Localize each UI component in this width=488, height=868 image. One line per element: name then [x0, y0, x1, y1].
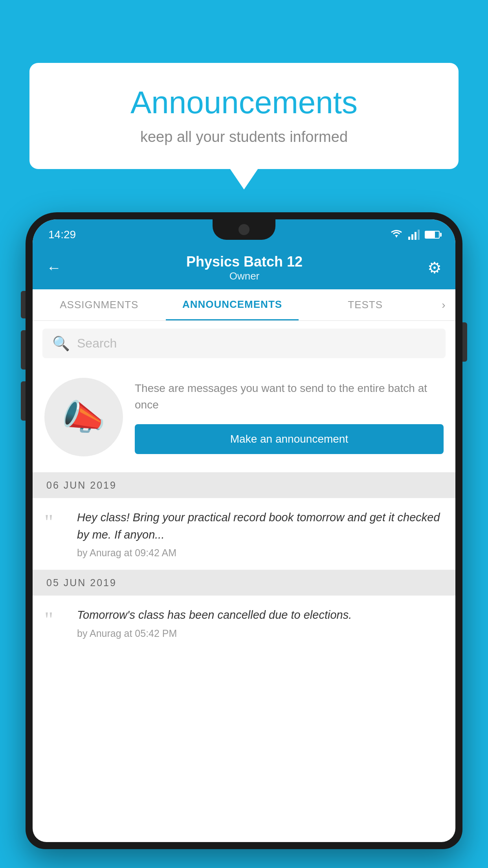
announcement-prompt: 📣 These are messages you want to send to… [33, 366, 455, 473]
search-container: 🔍 Search [33, 321, 455, 366]
tab-assignments[interactable]: ASSIGNMENTS [33, 289, 166, 320]
phone-btn-right [462, 322, 467, 362]
phone-container: 14:29 [26, 212, 462, 868]
search-box[interactable]: 🔍 Search [42, 329, 446, 358]
phone-btn-left3 [21, 381, 26, 421]
megaphone-icon: 📣 [62, 397, 106, 438]
signal-icon [408, 230, 420, 240]
battery-icon [425, 231, 440, 239]
quote-icon-2: " [44, 609, 66, 630]
settings-icon[interactable]: ⚙ [427, 259, 442, 277]
announcement-description: These are messages you want to send to t… [135, 380, 444, 413]
tab-more[interactable]: › [432, 299, 455, 311]
svg-rect-0 [408, 237, 410, 240]
header-title-group: Physics Batch 12 Owner [186, 254, 303, 282]
speech-bubble-title: Announcements [53, 85, 435, 121]
phone-notch [213, 219, 275, 240]
make-announcement-button[interactable]: Make an announcement [135, 424, 444, 454]
announcement-content-2: Tomorrow's class has been cancelled due … [77, 607, 444, 639]
announcement-message-2: Tomorrow's class has been cancelled due … [77, 607, 444, 624]
quote-icon-1: " [44, 511, 66, 533]
phone-btn-left1 [21, 291, 26, 318]
speech-bubble-container: Announcements keep all your students inf… [29, 63, 459, 169]
search-icon: 🔍 [52, 335, 70, 352]
svg-rect-2 [415, 232, 416, 240]
svg-rect-1 [411, 234, 413, 240]
app-header: ← Physics Batch 12 Owner ⚙ [33, 246, 455, 289]
announcement-meta-2: by Anurag at 05:42 PM [77, 628, 444, 639]
megaphone-circle: 📣 [44, 378, 123, 456]
announcement-item-1: " Hey class! Bring your practical record… [33, 498, 455, 570]
wifi-icon [389, 230, 404, 240]
phone-screen: 14:29 [33, 219, 455, 842]
announcement-item-2: " Tomorrow's class has been cancelled du… [33, 596, 455, 650]
announcement-message-1: Hey class! Bring your practical record b… [77, 509, 444, 543]
announcement-content-1: Hey class! Bring your practical record b… [77, 509, 444, 559]
tab-announcements[interactable]: ANNOUNCEMENTS [166, 289, 299, 320]
status-icons [389, 230, 440, 240]
announcement-meta-1: by Anurag at 09:42 AM [77, 547, 444, 559]
header-subtitle: Owner [186, 270, 303, 282]
svg-rect-3 [418, 230, 420, 240]
header-title: Physics Batch 12 [186, 254, 303, 270]
tabs-container: ASSIGNMENTS ANNOUNCEMENTS TESTS › [33, 289, 455, 321]
phone: 14:29 [26, 212, 462, 849]
phone-btn-left2 [21, 330, 26, 370]
back-button[interactable]: ← [46, 259, 61, 276]
tab-tests[interactable]: TESTS [299, 289, 432, 320]
date-separator-2: 05 JUN 2019 [33, 570, 455, 596]
search-placeholder: Search [77, 336, 117, 351]
speech-bubble-subtitle: keep all your students informed [53, 129, 435, 145]
status-time: 14:29 [48, 228, 76, 241]
announcement-right: These are messages you want to send to t… [135, 380, 444, 454]
speech-bubble: Announcements keep all your students inf… [29, 63, 459, 169]
date-separator-1: 06 JUN 2019 [33, 473, 455, 498]
phone-camera [238, 224, 250, 235]
